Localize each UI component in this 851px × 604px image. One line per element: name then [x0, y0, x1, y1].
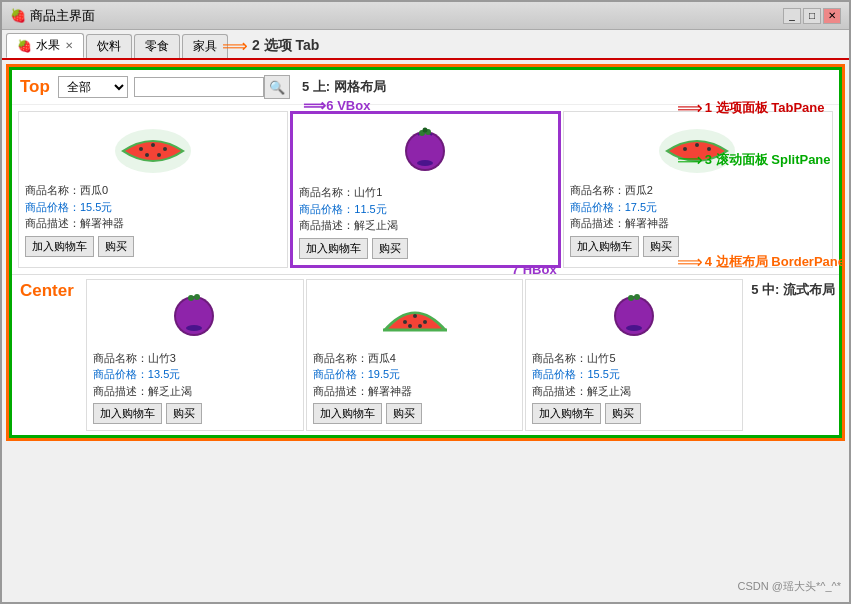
- product-buttons-0: 加入购物车 购买: [25, 236, 281, 257]
- category-select[interactable]: 全部: [58, 76, 128, 98]
- mangosteen-image-5: [602, 288, 667, 343]
- tab-furniture-label: 家具: [193, 38, 217, 55]
- tab-drink[interactable]: 饮料: [86, 34, 132, 58]
- add-cart-button-4[interactable]: 加入购物车: [313, 403, 382, 424]
- svg-point-22: [403, 320, 407, 324]
- product-info-1: 商品名称：山竹1 商品价格：11.5元 商品描述：解乏止渴: [299, 184, 551, 234]
- buy-button-5[interactable]: 购买: [605, 403, 641, 424]
- svg-point-31: [626, 325, 642, 331]
- product-card-4: 商品名称：西瓜4 商品价格：19.5元 商品描述：解署神器 加入购物车 购买: [306, 279, 524, 432]
- product-card-5: 商品名称：山竹5 商品价格：15.5元 商品描述：解乏止渴 加入购物车 购买: [525, 279, 743, 432]
- center-layout-annotation: 5 中: 流式布局: [751, 282, 835, 297]
- svg-point-3: [163, 147, 167, 151]
- buy-button-0[interactable]: 购买: [98, 236, 134, 257]
- buy-button-1[interactable]: 购买: [372, 238, 408, 259]
- product-image-3: [93, 286, 297, 346]
- top-label: Top: [20, 77, 50, 97]
- title-bar: 🍓 商品主界面 _ □ ✕: [2, 2, 849, 30]
- product-price-0: 商品价格：15.5元: [25, 199, 281, 216]
- buy-button-4[interactable]: 购买: [386, 403, 422, 424]
- center-row: Center: [12, 275, 839, 436]
- svg-point-26: [418, 324, 422, 328]
- center-product-grid: 商品名称：山竹3 商品价格：13.5元 商品描述：解乏止渴 加入购物车 购买: [82, 275, 747, 436]
- product-image-0: [25, 118, 281, 178]
- svg-point-11: [417, 160, 433, 166]
- tab-fruit-icon: 🍓: [17, 39, 32, 53]
- watermelon-image: [111, 121, 196, 176]
- tab-snack-label: 零食: [145, 38, 169, 55]
- product-image-4: [313, 286, 517, 346]
- main-window: 🍓 商品主界面 _ □ ✕ 🍓 水果 ✕ 饮料 零食 家具 ⟹ 2 选项 Tab: [0, 0, 851, 604]
- window-title: 商品主界面: [30, 7, 95, 25]
- svg-point-1: [139, 147, 143, 151]
- product-desc-3: 商品描述：解乏止渴: [93, 383, 297, 400]
- tab-bar: 🍓 水果 ✕ 饮料 零食 家具 ⟹ 2 选项 Tab: [2, 30, 849, 60]
- product-desc-0: 商品描述：解署神器: [25, 215, 281, 232]
- product-image-5: [532, 286, 736, 346]
- product-name-1: 商品名称：山竹1: [299, 184, 551, 201]
- buy-button-3[interactable]: 购买: [166, 403, 202, 424]
- add-cart-button-3[interactable]: 加入购物车: [93, 403, 162, 424]
- add-cart-button-2[interactable]: 加入购物车: [570, 236, 639, 257]
- product-desc-1: 商品描述：解乏止渴: [299, 217, 551, 234]
- buy-button-2[interactable]: 购买: [643, 236, 679, 257]
- maximize-button[interactable]: □: [803, 8, 821, 24]
- product-buttons-5: 加入购物车 购买: [532, 403, 736, 424]
- product-price-5: 商品价格：15.5元: [532, 366, 736, 383]
- tab-annotation: 2 选项 Tab: [252, 37, 319, 55]
- tabpane-annotation: ⟹ 1 选项面板 TabPane: [677, 97, 845, 119]
- title-icon: 🍓: [10, 8, 26, 23]
- tab-drink-label: 饮料: [97, 38, 121, 55]
- product-desc-5: 商品描述：解乏止渴: [532, 383, 736, 400]
- add-cart-button-1[interactable]: 加入购物车: [299, 238, 368, 259]
- product-name-4: 商品名称：西瓜4: [313, 350, 517, 367]
- product-info-0: 商品名称：西瓜0 商品价格：15.5元 商品描述：解署神器: [25, 182, 281, 232]
- watermark: CSDN @瑶大头*^_^*: [738, 579, 841, 594]
- svg-point-10: [422, 127, 427, 132]
- product-buttons-1: 加入购物车 购买 7 HBox: [299, 238, 551, 259]
- svg-point-29: [628, 295, 634, 301]
- center-label: Center: [20, 281, 74, 300]
- tab-snack[interactable]: 零食: [134, 34, 180, 58]
- close-button[interactable]: ✕: [823, 8, 841, 24]
- mangosteen-image: [393, 123, 458, 178]
- add-cart-button-0[interactable]: 加入购物车: [25, 236, 94, 257]
- product-name-5: 商品名称：山竹5: [532, 350, 736, 367]
- svg-point-20: [186, 325, 202, 331]
- minimize-button[interactable]: _: [783, 8, 801, 24]
- product-price-4: 商品价格：19.5元: [313, 366, 517, 383]
- svg-point-19: [194, 294, 200, 300]
- add-cart-button-5[interactable]: 加入购物车: [532, 403, 601, 424]
- right-annotations-panel: ⟹ 1 选项面板 TabPane ⟹ 3 滚动面板 SplitPane ⟹ 4 …: [677, 97, 845, 273]
- center-layout-annotation-area: 5 中: 流式布局: [747, 275, 839, 305]
- tab-fruit[interactable]: 🍓 水果 ✕: [6, 33, 84, 58]
- tab-fruit-close[interactable]: ✕: [65, 40, 73, 51]
- splitpane-annotation: ⟹ 3 滚动面板 SplitPane: [677, 149, 845, 171]
- product-name-3: 商品名称：山竹3: [93, 350, 297, 367]
- search-input[interactable]: [134, 77, 264, 97]
- center-section: Center: [12, 274, 839, 436]
- center-label-area: Center: [12, 275, 82, 307]
- product-card-0: 商品名称：西瓜0 商品价格：15.5元 商品描述：解署神器 加入购物车 购买: [18, 111, 288, 268]
- svg-point-18: [188, 295, 194, 301]
- svg-point-5: [157, 153, 161, 157]
- product-card-3: 商品名称：山竹3 商品价格：13.5元 商品描述：解乏止渴 加入购物车 购买: [86, 279, 304, 432]
- svg-point-2: [151, 143, 155, 147]
- svg-point-25: [408, 324, 412, 328]
- mangosteen-image-3: [162, 288, 227, 343]
- product-info-4: 商品名称：西瓜4 商品价格：19.5元 商品描述：解署神器: [313, 350, 517, 400]
- product-card-1: ⟹ 6 VBox: [290, 111, 560, 268]
- search-button[interactable]: 🔍: [264, 75, 290, 99]
- svg-point-4: [145, 153, 149, 157]
- svg-point-23: [413, 314, 417, 318]
- product-buttons-4: 加入购物车 购买: [313, 403, 517, 424]
- product-name-0: 商品名称：西瓜0: [25, 182, 281, 199]
- product-buttons-3: 加入购物车 购买: [93, 403, 297, 424]
- borderpane-annotation: ⟹ 4 边框布局 BorderPane: [677, 251, 845, 273]
- product-price-3: 商品价格：13.5元: [93, 366, 297, 383]
- top-layout-annotation: 5 上: 网格布局: [302, 78, 386, 96]
- tab-furniture[interactable]: 家具: [182, 34, 228, 58]
- product-desc-4: 商品描述：解署神器: [313, 383, 517, 400]
- tab-fruit-label: 水果: [36, 37, 60, 54]
- product-info-5: 商品名称：山竹5 商品价格：15.5元 商品描述：解乏止渴: [532, 350, 736, 400]
